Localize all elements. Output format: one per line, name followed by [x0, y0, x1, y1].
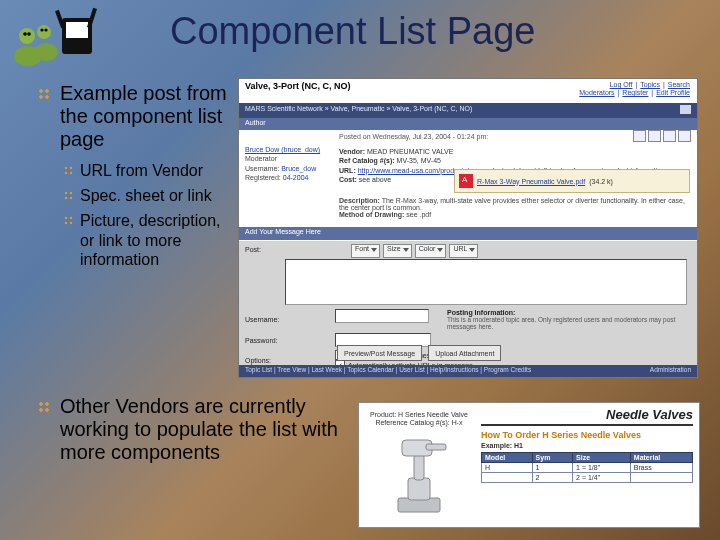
breadcrumb: MARS Scientific Network » Valve, Pneumat… — [239, 103, 697, 118]
drawing-value: see .pdf — [406, 211, 431, 218]
bullet-example-post: Example post from the component list pag… — [48, 82, 228, 151]
post-date: Posted on Wednesday, Jul 23, 2004 - 01:2… — [339, 133, 488, 140]
table-row: 2 2 = 1/4" — [482, 473, 693, 483]
description-value: The R-Max 3-way, multi-state valve provi… — [339, 197, 685, 211]
catalog-screenshot: Product: H Series Needle Valve Reference… — [358, 402, 700, 528]
posting-info-note: This is a moderated topic area. Only reg… — [447, 316, 691, 330]
svg-rect-9 — [66, 22, 88, 38]
svg-point-5 — [27, 32, 31, 36]
link-topics[interactable]: Topics — [640, 81, 660, 88]
username-label: Username: — [245, 165, 279, 172]
svg-point-1 — [34, 43, 58, 61]
attachment-box[interactable]: R-Max 3-Way Pneumatic Valve.pdf (34.2 k) — [454, 169, 690, 193]
robot-arm-image — [384, 434, 454, 516]
vendor-value: MEAD PNEUMATIC VALVE — [367, 148, 453, 155]
attachment-meta: (34.2 k) — [589, 178, 613, 185]
tool-icon[interactable] — [663, 130, 676, 142]
dropdown-color[interactable]: Color — [415, 244, 447, 258]
svg-point-2 — [19, 28, 35, 44]
form-password-label: Password: — [245, 337, 335, 344]
table-row: H 1 1 = 1/8" Brass — [482, 463, 693, 473]
breadcrumb-text[interactable]: MARS Scientific Network » Valve, Pneumat… — [245, 105, 472, 112]
bullet-other-vendors: Other Vendors are currently working to p… — [48, 395, 358, 464]
th-material: Material — [630, 453, 692, 463]
pdf-icon — [459, 174, 473, 188]
sub-bullet-url: URL from Vendor — [70, 161, 228, 180]
catalog-product-line2: Reference Catalog #(s): H-x — [365, 419, 473, 427]
post-author-info: Bruce Dow (bruce_dow) Moderator Username… — [245, 145, 333, 183]
th-sym: Sym — [532, 453, 572, 463]
vendor-label: Vendor: — [339, 148, 365, 155]
preview-post-button[interactable]: Preview/Post Message — [337, 345, 422, 361]
svg-rect-14 — [414, 454, 424, 480]
reply-form: Post: Font Size Color URL Username: Post… — [239, 241, 697, 365]
link-moderators[interactable]: Moderators — [579, 89, 614, 96]
svg-point-6 — [40, 28, 43, 31]
sub-bullet-picture: Picture, description, or link to more in… — [70, 211, 228, 269]
author-bar: Author — [239, 118, 697, 130]
tool-icon[interactable] — [678, 130, 691, 142]
form-username-input[interactable] — [335, 309, 429, 323]
forum-screenshot: Valve, 3-Port (NC, C, NO) Log Off | Topi… — [238, 78, 698, 378]
dropdown-font[interactable]: Font — [351, 244, 380, 258]
svg-point-4 — [23, 32, 27, 36]
username-value: Bruce_dow — [281, 165, 316, 172]
catalog-left: Product: H Series Needle Valve Reference… — [365, 411, 473, 516]
link-logoff[interactable]: Log Off — [610, 81, 633, 88]
author-role: Moderator — [245, 154, 333, 163]
catalog-table: Model Sym Size Material H 1 1 = 1/8" Bra… — [481, 452, 693, 483]
footer-admin[interactable]: Administration — [650, 366, 691, 377]
post-description: Description: The R-Max 3-way, multi-stat… — [339, 197, 691, 218]
catalog-example: Example: H1 — [481, 442, 523, 449]
printer-icon[interactable] — [680, 105, 691, 114]
bullet-column: Example post from the component list pag… — [48, 82, 228, 275]
footer-links[interactable]: Topic List | Tree View | Last Week | Top… — [245, 366, 531, 377]
registered-value: 04-2004 — [283, 174, 309, 181]
sub-bullets: URL from Vendor Spec. sheet or link Pict… — [70, 161, 228, 269]
tool-icon[interactable] — [648, 130, 661, 142]
svg-point-7 — [44, 28, 47, 31]
cost-label: Cost: — [339, 176, 357, 183]
message-textarea[interactable] — [285, 259, 687, 305]
thread-title: Valve, 3-Port (NC, C, NO) — [245, 81, 351, 91]
registered-label: Registered: — [245, 174, 281, 181]
link-edit-profile[interactable]: Edit Profile — [656, 89, 690, 96]
dropdown-url[interactable]: URL — [449, 244, 478, 258]
catalog-product-line1: Product: H Series Needle Valve — [365, 411, 473, 419]
catalog-label: Ref Catalog #(s): — [339, 157, 395, 164]
forum-top-links: Log Off | Topics | Search Moderators | R… — [578, 81, 691, 98]
svg-rect-13 — [408, 478, 430, 500]
author-name-link[interactable]: Bruce Dow (bruce_dow) — [245, 145, 333, 154]
post-label: Post: — [245, 246, 261, 253]
reply-header: Add Your Message Here — [239, 227, 697, 240]
form-buttons: Preview/Post Message Upload Attachment — [337, 345, 501, 361]
cost-value: see above — [359, 176, 391, 183]
link-register[interactable]: Register — [622, 89, 648, 96]
th-size: Size — [573, 453, 631, 463]
format-dropdowns: Font Size Color URL — [351, 244, 478, 258]
link-search[interactable]: Search — [668, 81, 690, 88]
post-tool-icons — [631, 130, 691, 144]
catalog-value: MV-35, MV-45 — [397, 157, 441, 164]
attachment-name[interactable]: R-Max 3-Way Pneumatic Valve.pdf — [477, 178, 585, 185]
description-label: Description: — [339, 197, 380, 204]
posting-info-header: Posting Information: — [447, 309, 691, 316]
catalog-header: Needle Valves — [481, 407, 693, 426]
sub-bullet-spec: Spec. sheet or link — [70, 186, 228, 205]
svg-point-3 — [37, 25, 51, 39]
svg-rect-16 — [426, 444, 446, 450]
bullet-other-vendors-wrap: Other Vendors are currently working to p… — [48, 395, 358, 474]
slide: Component List Page Example post from th… — [0, 0, 720, 540]
slide-title: Component List Page — [170, 10, 535, 53]
tool-icon[interactable] — [633, 130, 646, 142]
form-options-label: Options: — [245, 357, 335, 364]
url-label: URL: — [339, 167, 356, 174]
clipart-dragon — [8, 6, 98, 70]
drawing-label: Method of Drawing: — [339, 211, 404, 218]
form-username-label: Username: — [245, 316, 335, 323]
th-model: Model — [482, 453, 533, 463]
forum-footer: Topic List | Tree View | Last Week | Top… — [239, 365, 697, 377]
upload-attachment-button[interactable]: Upload Attachment — [428, 345, 501, 361]
catalog-right: Needle Valves How To Order H Series Need… — [481, 407, 693, 483]
dropdown-size[interactable]: Size — [383, 244, 412, 258]
